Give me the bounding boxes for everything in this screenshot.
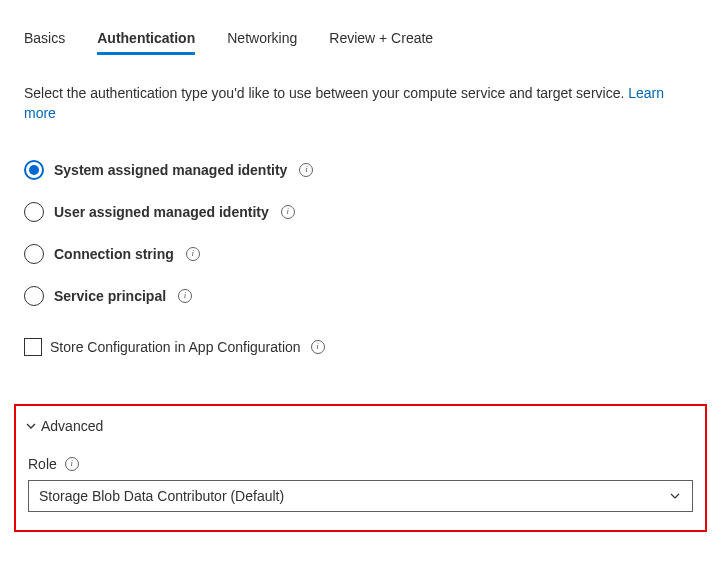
role-label-row: Role i [28,456,693,472]
option-connection-string[interactable]: Connection string i [24,244,699,264]
role-select[interactable]: Storage Blob Data Contributor (Default) [28,480,693,512]
tab-basics[interactable]: Basics [24,24,65,55]
chevron-down-icon [25,420,37,432]
chevron-down-icon [668,489,682,503]
option-label-user: User assigned managed identity [54,204,269,220]
info-icon[interactable]: i [65,457,79,471]
option-user-assigned[interactable]: User assigned managed identity i [24,202,699,222]
option-label-sp: Service principal [54,288,166,304]
store-config-checkbox[interactable] [24,338,42,356]
radio-connection-string[interactable] [24,244,44,264]
info-icon[interactable]: i [311,340,325,354]
tab-review-create[interactable]: Review + Create [329,24,433,55]
radio-service-principal[interactable] [24,286,44,306]
advanced-toggle[interactable]: Advanced [25,418,693,434]
advanced-section-highlight: Advanced Role i Storage Blob Data Contri… [14,404,707,532]
info-icon[interactable]: i [281,205,295,219]
option-system-assigned[interactable]: System assigned managed identity i [24,160,699,180]
store-config-label: Store Configuration in App Configuration [50,339,301,355]
option-label-connstr: Connection string [54,246,174,262]
info-icon[interactable]: i [178,289,192,303]
tab-authentication[interactable]: Authentication [97,24,195,55]
info-icon[interactable]: i [299,163,313,177]
auth-options-group: System assigned managed identity i User … [24,160,699,306]
option-service-principal[interactable]: Service principal i [24,286,699,306]
advanced-label: Advanced [41,418,103,434]
tab-networking[interactable]: Networking [227,24,297,55]
store-config-row[interactable]: Store Configuration in App Configuration… [24,338,699,356]
radio-user-assigned[interactable] [24,202,44,222]
intro-text: Select the authentication type you'd lik… [24,83,699,124]
info-icon[interactable]: i [186,247,200,261]
radio-system-assigned[interactable] [24,160,44,180]
role-select-value: Storage Blob Data Contributor (Default) [39,488,284,504]
role-label: Role [28,456,57,472]
option-label-system: System assigned managed identity [54,162,287,178]
intro-body: Select the authentication type you'd lik… [24,85,628,101]
tabs-bar: Basics Authentication Networking Review … [24,24,699,55]
